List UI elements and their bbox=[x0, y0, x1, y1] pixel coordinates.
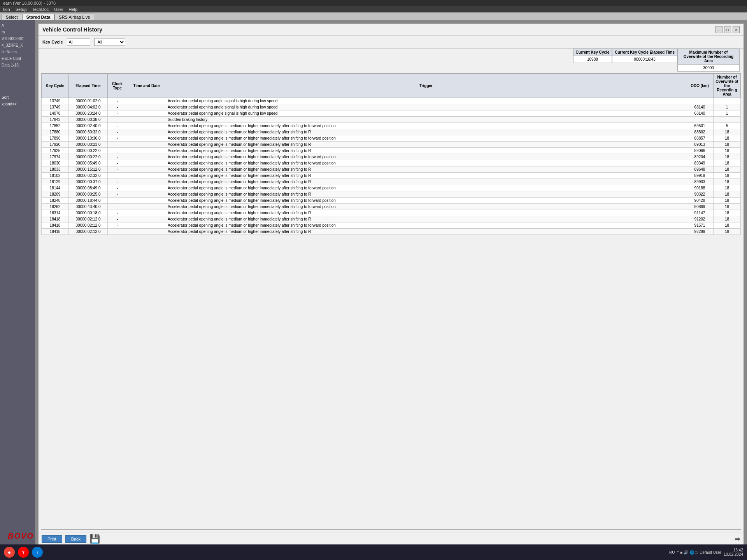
cell-overwrite: 18 bbox=[714, 173, 741, 179]
table-row[interactable]: 17920 00000:00:23.0 - Accelerator pedal … bbox=[42, 142, 741, 148]
chrome-icon[interactable]: ● bbox=[4, 547, 15, 558]
cell-time-date bbox=[127, 166, 166, 173]
cell-key-cycle: 13749 bbox=[42, 104, 69, 110]
cell-elapsed: 00000:00:22.0 bbox=[69, 148, 108, 154]
lenovo-brand: BOVO bbox=[8, 532, 34, 541]
table-row[interactable]: 14078 00000:23:24.0 - Accelerator pedal … bbox=[42, 110, 741, 117]
cell-trigger: Accelerator pedal opening angle signal i… bbox=[166, 98, 686, 104]
cell-odo: 89349 bbox=[686, 160, 714, 166]
cell-elapsed: 00000:00:18.0 bbox=[69, 210, 108, 216]
tab-select[interactable]: Select bbox=[2, 14, 22, 20]
cell-time-date bbox=[127, 160, 166, 166]
table-row[interactable]: 18418 00000:02:12.0 - Accelerator pedal … bbox=[42, 216, 741, 222]
cell-overwrite: 18 bbox=[714, 210, 741, 216]
filter-bar: Key Cycle All bbox=[39, 36, 743, 49]
table-row[interactable]: 18030 00000:05:49.0 - Accelerator pedal … bbox=[42, 160, 741, 166]
arrow-right-icon[interactable]: ➡ bbox=[735, 535, 740, 543]
table-row[interactable]: 17974 00000:00:22.0 - Accelerator pedal … bbox=[42, 154, 741, 160]
table-row[interactable]: 13749 00000:01:02.0 - Accelerator pedal … bbox=[42, 98, 741, 104]
cell-elapsed: 00000:43:40.0 bbox=[69, 204, 108, 210]
menu-tion[interactable]: tion bbox=[3, 7, 10, 12]
cell-overwrite: 18 bbox=[714, 204, 741, 210]
cell-key-cycle: 18102 bbox=[42, 173, 69, 179]
print-button[interactable]: Print bbox=[42, 535, 62, 543]
cell-clock: - bbox=[108, 222, 127, 229]
cell-odo: 90322 bbox=[686, 191, 714, 198]
cell-odo: 91571 bbox=[686, 222, 714, 229]
menu-techdoc[interactable]: TechDoc bbox=[32, 7, 49, 12]
cell-time-date bbox=[127, 185, 166, 191]
cell-key-cycle: 17925 bbox=[42, 148, 69, 154]
table-row[interactable]: 18248 00000:18:44.0 - Accelerator pedal … bbox=[42, 198, 741, 204]
cell-elapsed: 00000:04:02.0 bbox=[69, 104, 108, 110]
cell-trigger: Accelerator pedal opening angle is mediu… bbox=[166, 198, 686, 204]
back-button[interactable]: Back bbox=[65, 535, 86, 543]
window-controls: — □ × bbox=[715, 26, 740, 33]
table-row[interactable]: 17925 00000:00:22.0 - Accelerator pedal … bbox=[42, 148, 741, 154]
save-icon[interactable]: 💾 bbox=[89, 534, 100, 544]
window-title: Vehicle Control History bbox=[42, 26, 102, 33]
cell-key-cycle: 18030 bbox=[42, 160, 69, 166]
table-row[interactable]: 18262 00000:43:40.0 - Accelerator pedal … bbox=[42, 204, 741, 210]
table-row[interactable]: 17880 00000:30:32.0 - Accelerator pedal … bbox=[42, 129, 741, 135]
cell-trigger: Accelerator pedal opening angle is mediu… bbox=[166, 160, 686, 166]
table-row[interactable]: 17852 00000:02:40.0 - Accelerator pedal … bbox=[42, 123, 741, 129]
cell-overwrite: 1 bbox=[714, 110, 741, 117]
cell-key-cycle: 18262 bbox=[42, 204, 69, 210]
cell-odo: 89204 bbox=[686, 154, 714, 160]
tab-stored-data[interactable]: Stored Data bbox=[22, 14, 55, 20]
cell-trigger: Accelerator pedal opening angle is mediu… bbox=[166, 135, 686, 142]
menu-help[interactable]: Help bbox=[69, 7, 78, 12]
key-cycle-dropdown[interactable]: All bbox=[94, 38, 125, 46]
cell-elapsed: 00000:00:38.0 bbox=[69, 117, 108, 123]
cell-clock: - bbox=[108, 166, 127, 173]
table-row[interactable]: 18418 00000:02:12.0 - Accelerator pedal … bbox=[42, 229, 741, 235]
yandex-icon[interactable]: Y bbox=[18, 547, 29, 558]
table-row[interactable]: 18314 00000:00:18.0 - Accelerator pedal … bbox=[42, 210, 741, 216]
table-row[interactable]: 18144 00000:08:49.0 - Accelerator pedal … bbox=[42, 185, 741, 191]
key-cycle-input[interactable] bbox=[67, 38, 90, 46]
cell-time-date bbox=[127, 135, 166, 142]
menu-user[interactable]: User bbox=[54, 7, 63, 12]
table-row[interactable]: 17896 00000:10:36.0 - Accelerator pedal … bbox=[42, 135, 741, 142]
cell-odo: 88802 bbox=[686, 129, 714, 135]
close-button[interactable]: × bbox=[733, 26, 740, 33]
table-row[interactable]: 18033 00000:15:12.0 - Accelerator pedal … bbox=[42, 166, 741, 173]
table-row[interactable]: 18418 00000:02:12.0 - Accelerator pedal … bbox=[42, 222, 741, 229]
sidebar-item-engine: 4_3ZRFE_X bbox=[2, 43, 33, 47]
cell-trigger: Accelerator pedal opening angle is mediu… bbox=[166, 210, 686, 216]
sidebar-item-sort[interactable]: Sort bbox=[2, 95, 33, 100]
cell-clock: - bbox=[108, 179, 127, 185]
table-row[interactable]: 18102 00000:02:32.0 - Accelerator pedal … bbox=[42, 173, 741, 179]
cell-odo: 88857 bbox=[686, 135, 714, 142]
menu-setup[interactable]: Setup bbox=[16, 7, 27, 12]
table-row[interactable]: 18209 00000:00:25.0 - Accelerator pedal … bbox=[42, 191, 741, 198]
cell-odo: 89066 bbox=[686, 148, 714, 154]
table-row[interactable]: 13749 00000:04:02.0 - Accelerator pedal … bbox=[42, 104, 741, 110]
cell-elapsed: 00000:08:49.0 bbox=[69, 185, 108, 191]
elapsed-time-value: 00000:16:43 bbox=[612, 56, 677, 63]
col-header-trigger: Trigger bbox=[166, 74, 686, 98]
cell-time-date bbox=[127, 216, 166, 222]
table-row[interactable]: 17843 00000:00:38.0 - Sudden braking his… bbox=[42, 117, 741, 123]
cell-clock: - bbox=[108, 173, 127, 179]
minimize-button[interactable]: — bbox=[715, 26, 722, 33]
tab-srs-airbag-live[interactable]: SRS Airbag Live bbox=[54, 14, 94, 20]
sidebar: A m V10S003961 4_3ZRFE_X ile Notes ehicl… bbox=[0, 20, 35, 549]
table-row[interactable]: 18129 00000:00:37.0 - Accelerator pedal … bbox=[42, 179, 741, 185]
cell-time-date bbox=[127, 222, 166, 229]
cell-trigger: Accelerator pedal opening angle signal i… bbox=[166, 104, 686, 110]
cell-trigger: Accelerator pedal opening angle is mediu… bbox=[166, 179, 686, 185]
sidebar-item-expand[interactable]: xpand>> bbox=[2, 102, 33, 106]
cell-elapsed: 00000:00:22.0 bbox=[69, 154, 108, 160]
elapsed-time-header: Current Key Cycle Elapsed Time bbox=[612, 49, 677, 56]
cell-clock: - bbox=[108, 185, 127, 191]
cell-key-cycle: 18209 bbox=[42, 191, 69, 198]
info-icon[interactable]: i bbox=[32, 547, 43, 558]
cell-key-cycle: 17880 bbox=[42, 129, 69, 135]
main-content: Vehicle Control History — □ × Key Cycle … bbox=[38, 23, 744, 546]
maximize-button[interactable]: □ bbox=[724, 26, 731, 33]
cell-trigger: Accelerator pedal opening angle is mediu… bbox=[166, 129, 686, 135]
table-container[interactable]: Key Cycle Elapsed Time Clock Type Time a… bbox=[41, 73, 741, 530]
cell-time-date bbox=[127, 204, 166, 210]
